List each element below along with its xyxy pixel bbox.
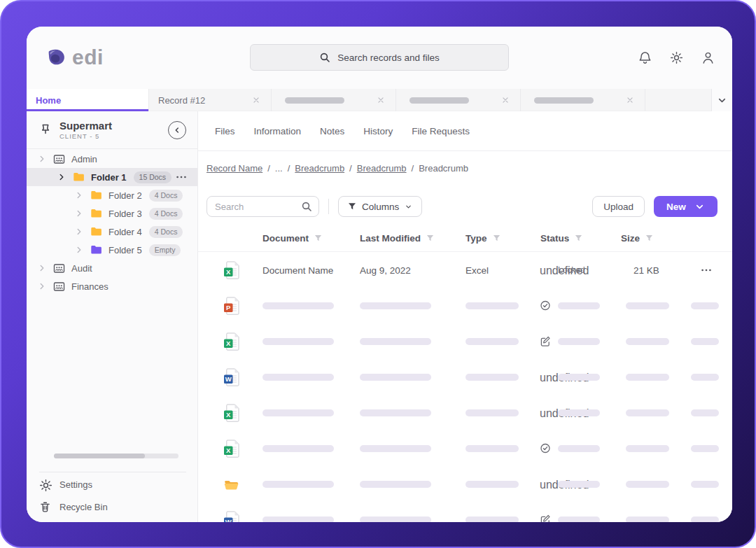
sidebar-horizontal-scrollbar[interactable]: [54, 454, 178, 458]
tab-placeholder[interactable]: [396, 89, 521, 111]
modified-skeleton: [360, 302, 431, 309]
tab-home[interactable]: Home: [27, 89, 149, 111]
sidebar-item-folder-2[interactable]: Folder 24 Docs: [27, 186, 197, 204]
table-row[interactable]: P: [198, 288, 732, 323]
upload-button[interactable]: Upload: [592, 196, 645, 217]
document-skeleton: [262, 374, 334, 381]
tab-record-12[interactable]: Record #12: [149, 89, 272, 111]
filter-funnel-icon[interactable]: [426, 234, 434, 242]
document-skeleton: [262, 338, 334, 345]
chevron-right-icon[interactable]: [37, 281, 47, 291]
actions-skeleton: [691, 302, 719, 309]
user-profile-icon[interactable]: [700, 50, 715, 66]
actions-skeleton: [691, 338, 719, 345]
breadcrumb-item[interactable]: Breadcrumb: [357, 163, 407, 174]
table-row[interactable]: W undefined: [198, 359, 732, 395]
chevron-right-icon[interactable]: [74, 209, 84, 218]
sidebar-item-folder-1[interactable]: Folder 115 Docs: [27, 168, 197, 186]
sidebar-item-audit[interactable]: Audit: [27, 259, 197, 277]
record-tab-history[interactable]: History: [363, 126, 393, 136]
table-row[interactable]: X undefined: [198, 395, 732, 430]
table-row[interactable]: X: [198, 323, 732, 359]
sidebar-footer-recycle-bin[interactable]: Recycle Bin: [27, 496, 197, 518]
breadcrumb-item[interactable]: Record Name: [206, 163, 262, 174]
breadcrumb-item[interactable]: Breadcrumb: [295, 163, 344, 174]
table-row[interactable]: W: [198, 502, 732, 522]
chevron-right-icon[interactable]: [74, 227, 84, 237]
tab-bar: HomeRecord #12: [27, 89, 732, 111]
file-search-input[interactable]: [215, 202, 301, 212]
close-icon[interactable]: [376, 95, 386, 105]
sidebar-item-folder-5[interactable]: Folder 5Empty: [27, 241, 197, 259]
sidebar-footer: Settings Recycle Bin: [27, 473, 197, 518]
close-icon[interactable]: [251, 95, 261, 105]
global-search-input[interactable]: Search records and files: [250, 44, 509, 71]
filter-funnel-icon[interactable]: [493, 234, 500, 242]
tree-item-label: Folder 4: [108, 227, 142, 237]
row-ellipsis-menu-icon[interactable]: [700, 264, 713, 276]
tab-placeholder[interactable]: [521, 89, 645, 111]
columns-button[interactable]: Columns: [338, 196, 422, 217]
filter-funnel-icon[interactable]: [575, 234, 582, 242]
global-search-placeholder: Search records and files: [337, 52, 440, 63]
word-file-icon: W: [223, 368, 240, 386]
search-icon: [301, 201, 312, 212]
file-search-field[interactable]: [206, 196, 319, 217]
modified-skeleton: [360, 481, 431, 488]
record-tab-information[interactable]: Information: [254, 126, 302, 136]
sidebar-footer-settings[interactable]: Settings: [27, 473, 197, 496]
sidebar-collapse-button[interactable]: [168, 121, 186, 139]
document-skeleton: [262, 517, 334, 523]
notifications-bell-icon[interactable]: [637, 50, 652, 66]
column-label: Size: [621, 233, 640, 244]
chevron-right-icon[interactable]: [74, 245, 84, 255]
sidebar-item-folder-4[interactable]: Folder 44 Docs: [27, 223, 197, 241]
folder-icon: [72, 171, 85, 183]
table-row[interactable]: undefined: [198, 466, 732, 502]
table-row[interactable]: X Document NameAug 9, 2022Excelundefined…: [198, 252, 732, 288]
footer-item-label: Recycle Bin: [59, 502, 108, 512]
ellipsis-menu-icon[interactable]: [175, 171, 188, 183]
type-skeleton: [465, 445, 519, 452]
chevron-right-icon[interactable]: [37, 154, 47, 164]
tree-item-label: Folder 2: [108, 190, 142, 201]
settings-gear-icon[interactable]: [668, 50, 684, 66]
modified-skeleton: [360, 338, 431, 345]
modified-skeleton: [360, 409, 431, 416]
scrollbar-thumb[interactable]: [54, 454, 145, 458]
close-icon[interactable]: [625, 95, 635, 105]
close-icon[interactable]: [500, 95, 510, 105]
sidebar-item-admin[interactable]: Admin: [27, 150, 197, 168]
chevron-down-icon: [405, 203, 412, 211]
svg-text:X: X: [226, 411, 231, 419]
record-tab-notes[interactable]: Notes: [320, 126, 344, 136]
table-row[interactable]: X: [198, 430, 732, 466]
modified-skeleton: [360, 445, 431, 452]
chevron-right-icon[interactable]: [74, 190, 84, 200]
size-skeleton: [626, 374, 669, 381]
column-label: Type: [465, 233, 487, 244]
record-tab-file-requests[interactable]: File Requests: [412, 126, 470, 136]
tab-bar-spacer: [645, 89, 711, 111]
chevron-right-icon[interactable]: [57, 172, 66, 182]
editing-status-icon: [540, 335, 552, 347]
tab-overflow-button[interactable]: [711, 89, 732, 111]
size-skeleton: [626, 302, 669, 309]
column-label: Last Modified: [360, 233, 421, 244]
status-skeleton: [558, 445, 600, 452]
filter-funnel-icon[interactable]: [645, 234, 653, 242]
new-button[interactable]: New: [654, 196, 718, 217]
tab-title-skeleton: [534, 97, 594, 104]
tree-item-label: Audit: [71, 263, 92, 274]
chevron-right-icon[interactable]: [37, 263, 47, 273]
size-skeleton: [626, 517, 669, 523]
filter-funnel-icon[interactable]: [314, 234, 322, 242]
document-name[interactable]: Document Name: [262, 265, 333, 275]
svg-text:P: P: [226, 304, 231, 311]
type-skeleton: [465, 302, 519, 309]
sidebar-item-finances[interactable]: Finances: [27, 277, 197, 295]
tab-placeholder[interactable]: [272, 89, 396, 111]
status-skeleton: [558, 409, 600, 416]
sidebar-item-folder-3[interactable]: Folder 34 Docs: [27, 204, 197, 223]
record-tab-files[interactable]: Files: [215, 126, 235, 136]
